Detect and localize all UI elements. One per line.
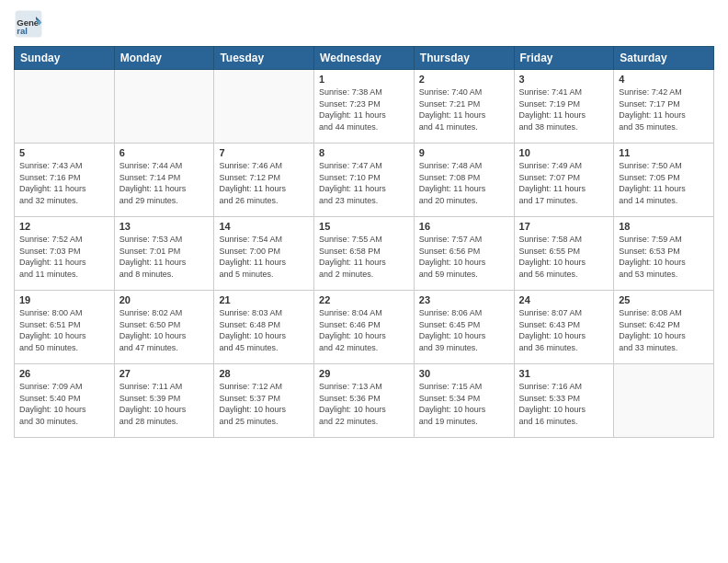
day-info: Sunrise: 7:54 AM Sunset: 7:00 PM Dayligh… xyxy=(219,234,309,280)
day-info: Sunrise: 7:47 AM Sunset: 7:10 PM Dayligh… xyxy=(319,160,409,206)
day-number: 28 xyxy=(219,368,309,379)
calendar-table: SundayMondayTuesdayWednesdayThursdayFrid… xyxy=(14,46,714,438)
day-number: 5 xyxy=(19,147,109,158)
day-info: Sunrise: 7:57 AM Sunset: 6:56 PM Dayligh… xyxy=(419,234,509,280)
day-number: 9 xyxy=(419,147,509,158)
day-number: 18 xyxy=(619,221,709,232)
header: Gene ral xyxy=(14,9,714,39)
day-number: 7 xyxy=(219,147,309,158)
calendar-cell: 16Sunrise: 7:57 AM Sunset: 6:56 PM Dayli… xyxy=(414,217,514,291)
calendar-cell: 20Sunrise: 8:02 AM Sunset: 6:50 PM Dayli… xyxy=(114,291,214,364)
day-number: 4 xyxy=(619,74,709,85)
day-info: Sunrise: 7:46 AM Sunset: 7:12 PM Dayligh… xyxy=(219,160,309,206)
day-info: Sunrise: 7:52 AM Sunset: 7:03 PM Dayligh… xyxy=(19,234,109,280)
svg-text:ral: ral xyxy=(17,26,28,36)
day-number: 24 xyxy=(519,294,609,305)
calendar-cell: 15Sunrise: 7:55 AM Sunset: 6:58 PM Dayli… xyxy=(314,217,415,291)
day-number: 16 xyxy=(419,221,509,232)
day-info: Sunrise: 7:49 AM Sunset: 7:07 PM Dayligh… xyxy=(519,160,609,206)
day-number: 22 xyxy=(319,294,409,305)
day-number: 29 xyxy=(319,368,409,379)
calendar-cell: 8Sunrise: 7:47 AM Sunset: 7:10 PM Daylig… xyxy=(314,144,415,217)
day-number: 25 xyxy=(619,294,709,305)
calendar-cell: 10Sunrise: 7:49 AM Sunset: 7:07 PM Dayli… xyxy=(514,144,614,217)
calendar-cell: 29Sunrise: 7:13 AM Sunset: 5:36 PM Dayli… xyxy=(314,364,415,438)
calendar-cell: 25Sunrise: 8:08 AM Sunset: 6:42 PM Dayli… xyxy=(614,291,714,364)
day-info: Sunrise: 7:16 AM Sunset: 5:33 PM Dayligh… xyxy=(519,381,609,427)
day-info: Sunrise: 8:06 AM Sunset: 6:45 PM Dayligh… xyxy=(419,307,509,353)
day-info: Sunrise: 7:55 AM Sunset: 6:58 PM Dayligh… xyxy=(319,234,409,280)
calendar-cell: 13Sunrise: 7:53 AM Sunset: 7:01 PM Dayli… xyxy=(114,217,214,291)
day-number: 27 xyxy=(119,368,210,379)
day-info: Sunrise: 8:02 AM Sunset: 6:50 PM Dayligh… xyxy=(119,307,210,353)
day-info: Sunrise: 7:12 AM Sunset: 5:37 PM Dayligh… xyxy=(219,381,309,427)
day-number: 14 xyxy=(219,221,309,232)
day-number: 8 xyxy=(319,147,409,158)
week-row-4: 26Sunrise: 7:09 AM Sunset: 5:40 PM Dayli… xyxy=(15,364,714,438)
calendar-cell: 26Sunrise: 7:09 AM Sunset: 5:40 PM Dayli… xyxy=(15,364,115,438)
day-number: 21 xyxy=(219,294,309,305)
header-thursday: Thursday xyxy=(414,47,514,70)
calendar-cell xyxy=(114,70,214,144)
calendar-cell: 3Sunrise: 7:41 AM Sunset: 7:19 PM Daylig… xyxy=(514,70,614,144)
calendar-cell: 17Sunrise: 7:58 AM Sunset: 6:55 PM Dayli… xyxy=(514,217,614,291)
day-info: Sunrise: 7:13 AM Sunset: 5:36 PM Dayligh… xyxy=(319,381,409,427)
logo: Gene ral xyxy=(14,9,47,39)
day-info: Sunrise: 7:50 AM Sunset: 7:05 PM Dayligh… xyxy=(619,160,709,206)
header-wednesday: Wednesday xyxy=(314,47,415,70)
day-number: 6 xyxy=(119,147,210,158)
day-number: 3 xyxy=(519,74,609,85)
logo-icon: Gene ral xyxy=(14,9,43,39)
calendar-cell: 7Sunrise: 7:46 AM Sunset: 7:12 PM Daylig… xyxy=(214,144,314,217)
day-info: Sunrise: 7:58 AM Sunset: 6:55 PM Dayligh… xyxy=(519,234,609,280)
day-info: Sunrise: 7:11 AM Sunset: 5:39 PM Dayligh… xyxy=(119,381,210,427)
calendar-cell: 31Sunrise: 7:16 AM Sunset: 5:33 PM Dayli… xyxy=(514,364,614,438)
day-number: 10 xyxy=(519,147,609,158)
page: Gene ral SundayMondayTuesdayWednesdayThu… xyxy=(0,0,728,563)
day-info: Sunrise: 8:04 AM Sunset: 6:46 PM Dayligh… xyxy=(319,307,409,353)
week-row-1: 5Sunrise: 7:43 AM Sunset: 7:16 PM Daylig… xyxy=(15,144,714,217)
day-number: 31 xyxy=(519,368,609,379)
calendar-cell: 19Sunrise: 8:00 AM Sunset: 6:51 PM Dayli… xyxy=(15,291,115,364)
day-info: Sunrise: 7:43 AM Sunset: 7:16 PM Dayligh… xyxy=(19,160,109,206)
calendar-cell: 23Sunrise: 8:06 AM Sunset: 6:45 PM Dayli… xyxy=(414,291,514,364)
calendar-cell: 9Sunrise: 7:48 AM Sunset: 7:08 PM Daylig… xyxy=(414,144,514,217)
day-number: 13 xyxy=(119,221,210,232)
calendar-header-row: SundayMondayTuesdayWednesdayThursdayFrid… xyxy=(15,47,714,70)
calendar-cell: 14Sunrise: 7:54 AM Sunset: 7:00 PM Dayli… xyxy=(214,217,314,291)
calendar-cell: 28Sunrise: 7:12 AM Sunset: 5:37 PM Dayli… xyxy=(214,364,314,438)
day-number: 2 xyxy=(419,74,509,85)
day-info: Sunrise: 7:41 AM Sunset: 7:19 PM Dayligh… xyxy=(519,86,609,132)
calendar-cell: 12Sunrise: 7:52 AM Sunset: 7:03 PM Dayli… xyxy=(15,217,115,291)
day-info: Sunrise: 7:40 AM Sunset: 7:21 PM Dayligh… xyxy=(419,86,509,132)
day-number: 19 xyxy=(19,294,109,305)
calendar-cell: 6Sunrise: 7:44 AM Sunset: 7:14 PM Daylig… xyxy=(114,144,214,217)
calendar-cell: 1Sunrise: 7:38 AM Sunset: 7:23 PM Daylig… xyxy=(314,70,415,144)
header-friday: Friday xyxy=(514,47,614,70)
calendar-cell: 22Sunrise: 8:04 AM Sunset: 6:46 PM Dayli… xyxy=(314,291,415,364)
day-info: Sunrise: 8:08 AM Sunset: 6:42 PM Dayligh… xyxy=(619,307,709,353)
day-number: 26 xyxy=(19,368,109,379)
day-info: Sunrise: 7:48 AM Sunset: 7:08 PM Dayligh… xyxy=(419,160,509,206)
day-info: Sunrise: 7:38 AM Sunset: 7:23 PM Dayligh… xyxy=(319,86,409,132)
header-monday: Monday xyxy=(114,47,214,70)
day-info: Sunrise: 8:03 AM Sunset: 6:48 PM Dayligh… xyxy=(219,307,309,353)
calendar-cell: 11Sunrise: 7:50 AM Sunset: 7:05 PM Dayli… xyxy=(614,144,714,217)
day-number: 20 xyxy=(119,294,210,305)
calendar-cell: 4Sunrise: 7:42 AM Sunset: 7:17 PM Daylig… xyxy=(614,70,714,144)
calendar-cell: 2Sunrise: 7:40 AM Sunset: 7:21 PM Daylig… xyxy=(414,70,514,144)
week-row-2: 12Sunrise: 7:52 AM Sunset: 7:03 PM Dayli… xyxy=(15,217,714,291)
day-info: Sunrise: 7:53 AM Sunset: 7:01 PM Dayligh… xyxy=(119,234,210,280)
day-number: 30 xyxy=(419,368,509,379)
day-number: 17 xyxy=(519,221,609,232)
day-info: Sunrise: 7:09 AM Sunset: 5:40 PM Dayligh… xyxy=(19,381,109,427)
calendar-cell: 30Sunrise: 7:15 AM Sunset: 5:34 PM Dayli… xyxy=(414,364,514,438)
day-info: Sunrise: 7:59 AM Sunset: 6:53 PM Dayligh… xyxy=(619,234,709,280)
day-info: Sunrise: 7:15 AM Sunset: 5:34 PM Dayligh… xyxy=(419,381,509,427)
day-info: Sunrise: 7:44 AM Sunset: 7:14 PM Dayligh… xyxy=(119,160,210,206)
day-number: 1 xyxy=(319,74,409,85)
header-sunday: Sunday xyxy=(15,47,115,70)
calendar-cell: 21Sunrise: 8:03 AM Sunset: 6:48 PM Dayli… xyxy=(214,291,314,364)
day-number: 23 xyxy=(419,294,509,305)
day-number: 15 xyxy=(319,221,409,232)
